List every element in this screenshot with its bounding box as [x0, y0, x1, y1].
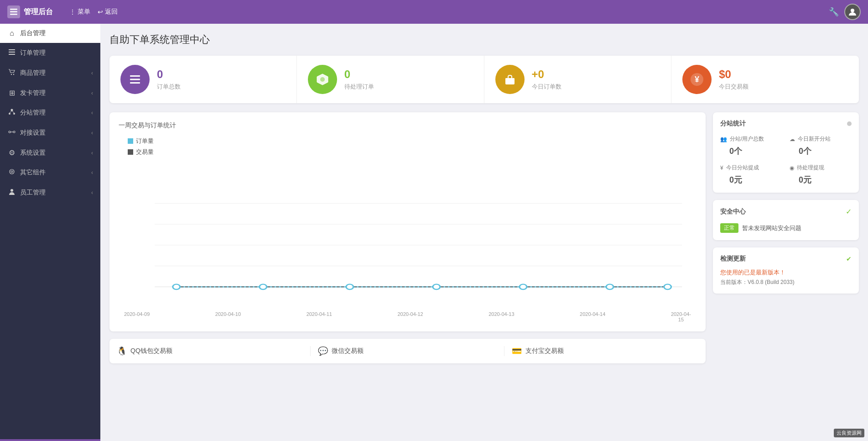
settings-icon: ⚙: [7, 148, 16, 157]
sidebar-item-orders[interactable]: 订单管理: [0, 43, 100, 63]
date-label-1: 2020-04-10: [215, 311, 241, 322]
users-icon: 👥: [720, 136, 727, 142]
chart-panel: 一周交易与订单统计 订单量 交易量: [109, 112, 706, 331]
svg-point-37: [520, 284, 527, 289]
update-title: 检测更新: [720, 255, 746, 263]
logo-icon: [7, 5, 20, 18]
sidebar-item-label: 发卡管理: [20, 89, 46, 97]
svg-point-11: [13, 113, 15, 115]
sidebar-item-cards[interactable]: ⊞ 发卡管理 ‹: [0, 83, 100, 103]
svg-point-3: [851, 9, 854, 12]
legend-label-orders: 订单量: [136, 137, 154, 145]
svg-rect-5: [9, 52, 15, 52]
sidebar-item-label: 分站管理: [20, 109, 46, 117]
sidebar-item-staff[interactable]: 员工管理 ‹: [0, 183, 100, 203]
update-panel: 检测更新 ✔ 您使用的已是最新版本！ 当前版本：V6.0.8 (Build 20…: [713, 247, 859, 294]
security-title: 安全中心: [720, 208, 746, 216]
alipay-icon: 💳: [512, 346, 522, 356]
sidebar-item-label: 系统设置: [20, 149, 46, 157]
stat-value-today-orders: +0: [532, 68, 561, 81]
stat-label-orders: 订单总数: [157, 83, 181, 91]
page-title: 自助下单系统管理中心: [109, 33, 859, 47]
svg-point-34: [260, 284, 267, 289]
substation-stats-grid: 👥 分站/用户总数 0个 ☁ 今日新开分站 0个: [720, 135, 852, 185]
svg-rect-2: [10, 14, 17, 15]
payment-wechat: 💬 微信交易额: [311, 346, 504, 356]
svg-rect-1: [10, 11, 17, 13]
legend-dot-blue: [128, 138, 133, 144]
svg-text:¥: ¥: [695, 75, 699, 84]
chevron-left-icon: ‹: [91, 189, 93, 196]
chevron-left-icon: ‹: [91, 90, 93, 96]
security-panel: 安全中心 ✓ 正常 暂未发现网站安全问题: [713, 200, 859, 240]
cards-icon: ⊞: [7, 89, 16, 97]
chart-svg: [119, 162, 696, 308]
back-button[interactable]: ↩ 返回: [98, 8, 118, 16]
stat-total-orders: 0 订单总数: [109, 56, 297, 103]
menu-button[interactable]: ⋮ 菜单: [69, 8, 90, 16]
stat-today-orders: +0 今日订单数: [484, 56, 672, 103]
svg-point-38: [606, 284, 613, 289]
sidebar-bottom-bar: [0, 439, 100, 441]
content-area: 自助下单系统管理中心 0 订单总数: [100, 24, 868, 441]
svg-point-9: [11, 109, 13, 111]
sidebar-item-label: 后台管理: [20, 29, 46, 37]
cart-icon: [7, 68, 16, 78]
legend-orders: 订单量: [128, 137, 696, 145]
sub-stat-users: 👥 分站/用户总数 0个: [720, 135, 782, 157]
cloud-icon: ☁: [790, 136, 795, 142]
withdrawal-icon: ◉: [790, 165, 794, 171]
date-label-2: 2020-04-11: [307, 311, 332, 322]
payment-row: 🐧 QQ钱包交易额 💬 微信交易额 💳 支付宝交易额: [109, 339, 706, 363]
svg-point-17: [10, 169, 14, 174]
legend-label-transactions: 交易量: [136, 148, 154, 156]
substation-icon: [7, 108, 16, 117]
yuan-icon-circle: ¥: [682, 65, 712, 94]
stat-value-revenue: $0: [719, 68, 748, 81]
topbar-nav: ⋮ 菜单 ↩ 返回: [69, 8, 118, 16]
svg-point-39: [664, 284, 671, 289]
sub-stat-new-stations-value: 0个: [790, 146, 852, 157]
briefcase-icon-circle: [495, 65, 525, 94]
sidebar-item-settings[interactable]: ⚙ 系统设置 ‹: [0, 143, 100, 163]
sub-stat-withdrawal-value: 0元: [790, 174, 852, 185]
date-label-0: 2020-04-09: [124, 311, 150, 322]
stat-label-pending: 待处理订单: [344, 83, 374, 91]
sub-stat-commission: ¥ 今日分站提成 0元: [720, 164, 782, 185]
svg-point-35: [346, 284, 353, 289]
sidebar-item-label: 商品管理: [20, 69, 46, 77]
chevron-left-icon: ‹: [91, 70, 93, 76]
chart-dates: 2020-04-09 2020-04-10 2020-04-11 2020-04…: [119, 310, 696, 322]
sidebar-item-substation[interactable]: 分站管理 ‹: [0, 103, 100, 123]
chart-column: 一周交易与订单统计 订单量 交易量: [109, 112, 706, 363]
wechat-icon: 💬: [318, 346, 328, 356]
update-checkmark-icon: ✔: [846, 255, 852, 262]
sidebar-item-products[interactable]: 商品管理 ‹: [0, 63, 100, 83]
svg-point-7: [11, 74, 12, 75]
orders-icon: [7, 48, 16, 58]
payment-alipay: 💳 支付宝交易额: [504, 346, 698, 356]
date-label-4: 2020-04-13: [489, 311, 514, 322]
sub-stat-commission-value: 0元: [720, 174, 782, 185]
svg-point-23: [320, 77, 325, 82]
chart-legend: 订单量 交易量: [128, 137, 696, 156]
wrench-icon[interactable]: 🔧: [829, 7, 839, 17]
svg-rect-6: [9, 54, 15, 55]
payment-wechat-label: 微信交易额: [332, 347, 364, 355]
update-latest-text: 您使用的已是最新版本！: [720, 268, 852, 277]
avatar[interactable]: [844, 4, 861, 20]
payment-qq-label: QQ钱包交易额: [130, 347, 172, 355]
topbar-logo: 管理后台: [7, 5, 53, 18]
svg-line-12: [10, 111, 12, 113]
svg-point-15: [13, 131, 15, 133]
svg-rect-4: [9, 49, 15, 50]
svg-rect-0: [10, 9, 17, 10]
chevron-left-icon: ‹: [91, 130, 93, 136]
sidebar-item-components[interactable]: 其它组件 ‹: [0, 163, 100, 183]
sidebar-item-dashboard[interactable]: ⌂ 后台管理: [0, 24, 100, 43]
watermark: 云良资源网: [834, 429, 864, 437]
date-label-5: 2020-04-14: [580, 311, 605, 322]
pending-icon-circle: [308, 65, 337, 94]
sidebar-item-integration[interactable]: 对接设置 ‹: [0, 123, 100, 143]
sub-stat-new-stations: ☁ 今日新开分站 0个: [790, 135, 852, 157]
